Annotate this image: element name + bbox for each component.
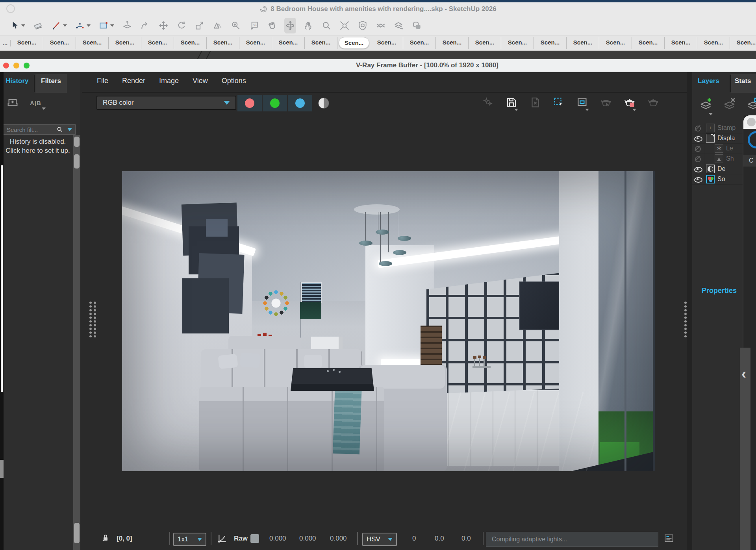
render-icon[interactable] — [647, 96, 659, 108]
tab-layers[interactable]: Layers — [698, 77, 719, 85]
tool-zoom[interactable] — [321, 18, 332, 33]
scene-tab[interactable]: Scen... — [469, 37, 501, 49]
search-input[interactable] — [4, 126, 56, 133]
tool-tape-measure[interactable] — [230, 18, 242, 33]
tool-line[interactable] — [50, 18, 68, 33]
scene-tab[interactable]: Scen... — [141, 37, 174, 49]
log-icon[interactable] — [664, 533, 674, 543]
chevron-down-icon[interactable] — [110, 24, 114, 27]
chevron-down-icon[interactable] — [632, 109, 636, 111]
scene-tab[interactable]: Scen... — [403, 37, 436, 49]
scene-tab[interactable]: Scen... — [207, 37, 239, 49]
save-to-history-icon[interactable] — [6, 96, 19, 109]
save-layers-icon[interactable] — [747, 96, 756, 111]
search-icon[interactable] — [56, 126, 63, 133]
tool-arc[interactable] — [74, 18, 91, 33]
scene-tab[interactable]: Scen... — [109, 37, 141, 49]
scene-tab[interactable]: Scen... — [534, 37, 567, 49]
tool-components[interactable] — [411, 18, 423, 33]
scene-tab[interactable]: Scen... — [730, 37, 756, 49]
scene-tab[interactable]: Scen... — [665, 37, 697, 49]
tool-zoom-extents[interactable] — [339, 18, 350, 33]
display-correction-icon[interactable] — [217, 533, 228, 543]
tool-follow-me[interactable] — [139, 18, 151, 33]
tool-orbit[interactable] — [284, 18, 296, 33]
scene-tab[interactable]: Scen... — [43, 37, 76, 49]
scene-tab[interactable]: Scen... — [697, 37, 730, 49]
scroll-thumb[interactable] — [74, 137, 80, 147]
scene-tab[interactable]: Scen... — [436, 37, 469, 49]
sharpen-icon[interactable] — [715, 154, 723, 163]
alpha-channel-icon[interactable] — [318, 98, 329, 109]
scene-tab[interactable]: Scen... — [76, 37, 109, 49]
tool-scale[interactable] — [194, 18, 206, 33]
channel-dropdown[interactable]: RGB color — [96, 96, 236, 110]
history-scrollbar[interactable] — [73, 135, 80, 550]
tool-move[interactable] — [158, 18, 169, 33]
chevron-down-icon[interactable] — [585, 109, 589, 111]
clear-image-icon[interactable] — [529, 96, 541, 108]
tool-rectangle[interactable] — [98, 18, 115, 33]
tool-eraser[interactable] — [32, 18, 44, 33]
eye-icon[interactable] — [692, 174, 704, 184]
tool-rotate[interactable] — [176, 18, 187, 33]
pixel-ratio-dropdown[interactable]: 1x1 — [173, 533, 206, 546]
eye-icon[interactable] — [692, 164, 704, 174]
chevron-down-icon[interactable] — [709, 113, 713, 115]
blue-channel-button[interactable] — [288, 95, 312, 111]
tool-select[interactable] — [9, 18, 26, 33]
scene-tab[interactable]: Scen... — [239, 37, 272, 49]
denoise-icon[interactable] — [482, 96, 494, 108]
scroll-thumb[interactable] — [74, 523, 80, 543]
eye-off-icon[interactable] — [692, 123, 704, 133]
menu-image[interactable]: Image — [159, 77, 179, 85]
tab-stats-block[interactable]: Stats — [731, 74, 756, 93]
scroll-thumb[interactable] — [74, 154, 80, 169]
scene-tab[interactable]: Scen... — [567, 37, 599, 49]
tool-pan[interactable] — [302, 18, 314, 33]
tool-push-pull[interactable] — [121, 18, 133, 33]
scene-tab[interactable]: Scen... — [272, 37, 305, 49]
eye-off-icon[interactable] — [692, 143, 704, 154]
tool-offset[interactable] — [212, 18, 224, 33]
tool-model-info[interactable] — [357, 18, 369, 33]
history-disabled-message[interactable]: History is disabled. Click here to set i… — [0, 137, 76, 155]
panel-grip-left[interactable] — [89, 301, 98, 337]
tool-layers[interactable] — [393, 18, 405, 33]
panel-divider[interactable] — [687, 72, 692, 550]
region-render-icon[interactable] — [576, 96, 588, 108]
eye-off-icon[interactable] — [692, 154, 704, 164]
red-channel-button[interactable] — [237, 95, 262, 111]
tool-text[interactable]: A1 — [248, 18, 260, 33]
render-last-icon[interactable] — [600, 96, 612, 108]
menu-render[interactable]: Render — [122, 77, 145, 85]
scene-tab[interactable]: Scen... — [632, 37, 665, 49]
ab-compare-icon[interactable]: A|B — [30, 100, 41, 106]
menu-options[interactable]: Options — [222, 77, 246, 85]
chevron-down-icon[interactable] — [514, 109, 518, 111]
add-layer-icon[interactable] — [699, 96, 713, 111]
scene-tab[interactable]: Scen... — [305, 37, 337, 49]
menu-file[interactable]: File — [97, 77, 108, 85]
interactive-render-icon[interactable] — [624, 96, 636, 108]
save-image-icon[interactable] — [506, 96, 517, 108]
popup-window-control[interactable] — [747, 118, 756, 126]
scene-tab[interactable]: Scen... — [501, 37, 534, 49]
tab-filters-block[interactable]: Filters — [35, 74, 67, 93]
scene-tab[interactable]: Scen... — [339, 37, 369, 49]
popup-tab[interactable]: C — [743, 155, 756, 167]
tool-match-style[interactable] — [375, 18, 387, 33]
lens-icon[interactable] — [715, 144, 723, 153]
tab-stats[interactable]: Stats — [735, 77, 751, 85]
denoiser-icon[interactable] — [706, 165, 715, 173]
tab-history[interactable]: History — [6, 77, 29, 85]
remove-layer-icon[interactable] — [723, 96, 737, 111]
chevron-down-icon[interactable] — [87, 24, 91, 27]
menu-view[interactable]: View — [193, 77, 208, 85]
stamp-icon[interactable] — [706, 124, 715, 132]
scene-tab[interactable]: Scen... — [599, 37, 632, 49]
chevron-down-icon[interactable] — [42, 107, 46, 110]
tab-filters[interactable]: Filters — [41, 77, 61, 85]
scene-tab[interactable]: Scen... — [174, 37, 207, 49]
scene-tabs-overflow[interactable]: ... — [0, 40, 11, 46]
